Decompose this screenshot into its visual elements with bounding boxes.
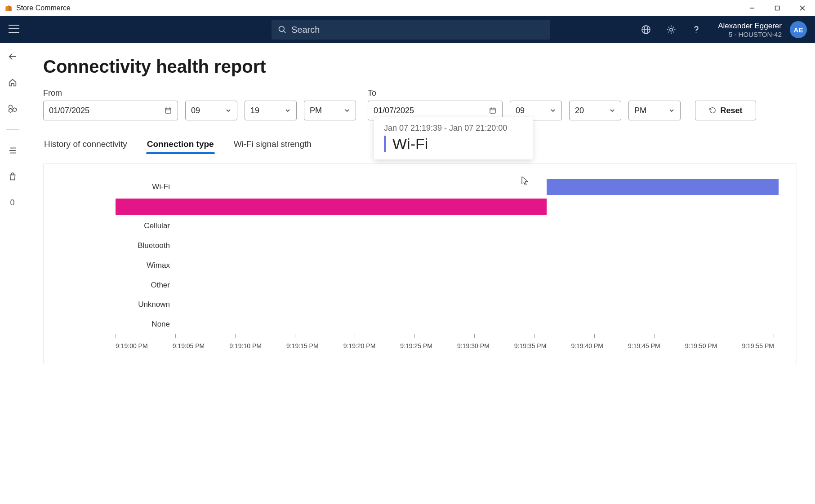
to-label: To bbox=[368, 88, 503, 98]
left-rail: 0 bbox=[0, 43, 25, 504]
window-minimize-button[interactable] bbox=[739, 0, 765, 16]
to-ampm-value: PM bbox=[634, 106, 646, 115]
reset-icon bbox=[708, 106, 717, 115]
rail-back-button[interactable] bbox=[7, 51, 18, 62]
x-tick-mark bbox=[594, 334, 595, 339]
window-maximize-button[interactable] bbox=[765, 0, 790, 16]
x-tick-mark bbox=[295, 334, 295, 339]
list-icon bbox=[8, 146, 18, 155]
x-tick-mark bbox=[355, 334, 355, 339]
chart-row-label: Wimax bbox=[118, 261, 176, 270]
tab-connection-type[interactable]: Connection type bbox=[146, 137, 215, 154]
rail-count-value: 0 bbox=[10, 198, 14, 208]
help-icon bbox=[691, 24, 702, 35]
chart-tooltip: Jan 07 21:19:39 - Jan 07 21:20:00 Wi-Fi bbox=[374, 117, 533, 159]
global-search-input[interactable]: Search bbox=[272, 20, 550, 40]
from-hour-value: 09 bbox=[191, 106, 200, 115]
x-tick-label: 9:19:50 PM bbox=[685, 342, 717, 349]
gear-icon bbox=[666, 24, 677, 35]
svg-line-8 bbox=[284, 31, 286, 33]
svg-rect-1 bbox=[775, 6, 779, 10]
rail-list-button[interactable] bbox=[7, 145, 18, 156]
chart-row: Ethernet bbox=[116, 197, 779, 217]
window-close-button[interactable] bbox=[790, 0, 815, 16]
chevron-down-icon bbox=[344, 107, 350, 114]
calendar-icon bbox=[164, 106, 172, 115]
reset-button[interactable]: Reset bbox=[695, 101, 756, 120]
x-tick-label: 9:19:05 PM bbox=[173, 342, 205, 349]
chart-row: Bluetooth bbox=[116, 236, 779, 256]
x-tick-mark bbox=[714, 334, 714, 339]
svg-point-13 bbox=[696, 32, 697, 33]
tab-history[interactable]: History of connectivity bbox=[43, 137, 128, 154]
calendar-icon bbox=[489, 106, 497, 115]
x-tick-mark bbox=[534, 334, 535, 339]
from-ampm-value: PM bbox=[310, 106, 322, 115]
from-date-input[interactable]: 01/07/2025 bbox=[43, 101, 178, 120]
from-minute-select[interactable]: 19 bbox=[245, 101, 297, 120]
chart-row-label: Wi-Fi bbox=[118, 182, 176, 191]
chart-row-label: Unknown bbox=[118, 300, 176, 309]
chevron-down-icon bbox=[285, 107, 291, 114]
from-date-value: 01/07/2025 bbox=[49, 106, 89, 115]
page-content: Connectivity health report From 01/07/20… bbox=[25, 43, 815, 504]
to-minute-value: 20 bbox=[575, 106, 584, 115]
x-tick-label: 9:19:55 PM bbox=[742, 342, 774, 349]
top-navbar: Search Alexander Eggerer 5 - HOUSTON-42 … bbox=[0, 16, 815, 43]
x-tick-mark bbox=[474, 334, 475, 339]
x-tick-mark bbox=[414, 334, 415, 339]
svg-point-7 bbox=[279, 27, 285, 32]
globe-button[interactable] bbox=[638, 22, 654, 38]
to-hour-value: 09 bbox=[516, 106, 525, 115]
to-ampm-select[interactable]: PM bbox=[628, 101, 681, 120]
from-ampm-select[interactable]: PM bbox=[304, 101, 356, 120]
rail-boxes-button[interactable] bbox=[7, 103, 18, 114]
settings-button[interactable] bbox=[663, 22, 679, 38]
connection-type-chart[interactable]: Wi-FiEthernetCellularBluetoothWimaxOther… bbox=[53, 177, 788, 357]
chart-row-label: Cellular bbox=[118, 221, 176, 230]
chart-row-label: None bbox=[118, 320, 176, 329]
help-button[interactable] bbox=[688, 22, 704, 38]
user-info-block[interactable]: Alexander Eggerer 5 - HOUSTON-42 bbox=[718, 22, 782, 38]
x-tick-label: 9:19:15 PM bbox=[286, 342, 319, 349]
chart-card: Wi-FiEthernetCellularBluetoothWimaxOther… bbox=[43, 163, 797, 364]
chart-row: Wi-Fi bbox=[116, 177, 779, 197]
page-title: Connectivity health report bbox=[43, 57, 797, 77]
chart-bar[interactable] bbox=[547, 179, 779, 195]
filter-bar: From 01/07/2025 09 19 PM To bbox=[43, 88, 797, 120]
chart-row-label: Other bbox=[118, 281, 176, 290]
x-tick-label: 9:19:45 PM bbox=[628, 342, 660, 349]
tooltip-series-name: Wi-Fi bbox=[384, 136, 523, 152]
app-icon bbox=[4, 4, 13, 12]
svg-rect-22 bbox=[490, 108, 495, 113]
chart-row: None bbox=[116, 314, 779, 334]
x-tick-label: 9:19:00 PM bbox=[116, 342, 148, 349]
x-tick-mark bbox=[654, 334, 655, 339]
chart-row: Cellular bbox=[116, 217, 779, 236]
globe-icon bbox=[641, 24, 651, 35]
avatar[interactable]: AE bbox=[790, 21, 807, 38]
boxes-icon bbox=[8, 104, 18, 114]
svg-rect-18 bbox=[165, 108, 171, 113]
x-tick-label: 9:19:35 PM bbox=[514, 342, 547, 349]
chart-row: Other bbox=[116, 275, 779, 295]
rail-home-button[interactable] bbox=[7, 77, 18, 88]
hamburger-menu-button[interactable] bbox=[8, 24, 29, 35]
app-title: Store Commerce bbox=[16, 4, 739, 12]
x-tick-label: 9:19:10 PM bbox=[229, 342, 262, 349]
chevron-down-icon bbox=[609, 107, 615, 114]
from-label: From bbox=[43, 88, 178, 98]
x-tick-label: 9:19:40 PM bbox=[571, 342, 603, 349]
x-tick-mark bbox=[116, 334, 116, 339]
mouse-cursor-icon bbox=[521, 176, 529, 186]
chart-row-label: Bluetooth bbox=[118, 241, 176, 250]
chevron-down-icon bbox=[550, 107, 556, 114]
search-icon bbox=[278, 25, 287, 34]
tab-wifi-strength[interactable]: Wi-Fi signal strength bbox=[233, 137, 312, 154]
to-minute-select[interactable]: 20 bbox=[569, 101, 621, 120]
chevron-down-icon bbox=[668, 107, 675, 114]
from-hour-select[interactable]: 09 bbox=[185, 101, 237, 120]
chart-row: Wimax bbox=[116, 256, 779, 275]
chart-bar[interactable] bbox=[116, 199, 547, 215]
rail-bag-button[interactable] bbox=[7, 171, 18, 182]
